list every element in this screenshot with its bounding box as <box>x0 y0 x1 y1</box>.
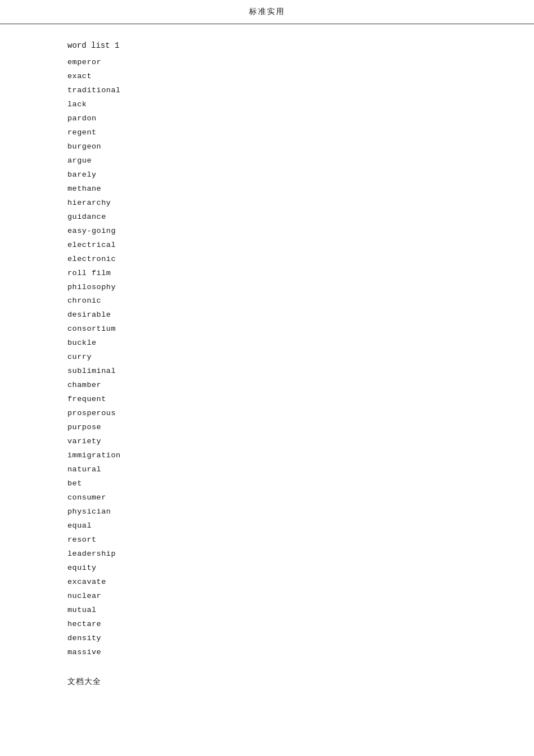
list-item: variety <box>67 435 467 449</box>
list-item: desirable <box>67 308 467 322</box>
list-item: philosophy <box>67 281 467 295</box>
page-header: 标准实用 <box>0 0 534 24</box>
footer-label: 文档大全 <box>67 677 101 686</box>
list-item: bet <box>67 477 467 491</box>
list-item: equity <box>67 561 467 575</box>
list-item: emperor <box>67 56 467 70</box>
list-item: consortium <box>67 322 467 336</box>
list-item: hectare <box>67 618 467 632</box>
list-item: lack <box>67 98 467 112</box>
word-list-title: word list 1 <box>67 41 467 50</box>
list-item: hierarchy <box>67 196 467 210</box>
list-item: equal <box>67 519 467 533</box>
list-item: natural <box>67 463 467 477</box>
list-item: electronic <box>67 253 467 267</box>
list-item: exact <box>67 70 467 84</box>
list-item: traditional <box>67 84 467 98</box>
list-item: argue <box>67 154 467 168</box>
list-item: nuclear <box>67 590 467 604</box>
main-content: word list 1 emperorexacttraditionallackp… <box>0 41 534 660</box>
list-item: electrical <box>67 238 467 253</box>
list-item: excavate <box>67 575 467 590</box>
list-item: massive <box>67 646 467 660</box>
list-item: regent <box>67 126 467 140</box>
list-item: resort <box>67 533 467 547</box>
list-item: roll film <box>67 267 467 281</box>
word-list: emperorexacttraditionallackpardonregentb… <box>67 56 467 660</box>
list-item: subliminal <box>67 364 467 379</box>
list-item: guidance <box>67 210 467 224</box>
list-item: methane <box>67 182 467 196</box>
list-item: frequent <box>67 393 467 407</box>
list-item: barely <box>67 168 467 182</box>
list-item: leadership <box>67 547 467 561</box>
list-item: pardon <box>67 112 467 126</box>
list-item: purpose <box>67 421 467 435</box>
list-item: mutual <box>67 604 467 618</box>
header-title: 标准实用 <box>34 7 500 17</box>
list-item: chronic <box>67 294 467 308</box>
list-item: density <box>67 632 467 646</box>
list-item: easy-going <box>67 224 467 238</box>
list-item: immigration <box>67 449 467 463</box>
list-item: physician <box>67 505 467 519</box>
footer: 文档大全 <box>0 660 534 698</box>
list-item: buckle <box>67 336 467 350</box>
list-item: burgeon <box>67 140 467 154</box>
list-item: prosperous <box>67 407 467 421</box>
list-item: chamber <box>67 379 467 393</box>
list-item: consumer <box>67 491 467 505</box>
list-item: curry <box>67 350 467 364</box>
